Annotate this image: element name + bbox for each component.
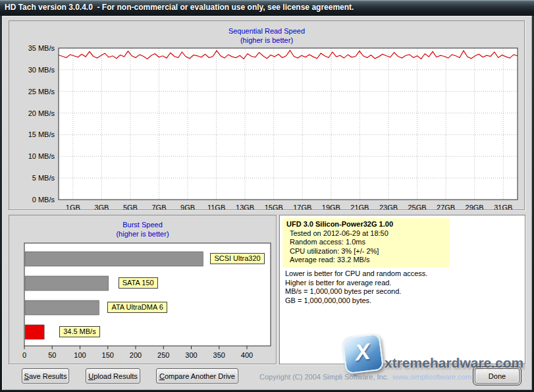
svg-text:25 MB/s: 25 MB/s [28,88,55,96]
note-line: Lower is better for CPU and random acces… [285,269,427,279]
drive-name: UFD 3.0 Silicon-Power32G 1.00 [286,220,446,229]
hdtach-window: HD Tach version 3.0.4.0 - For non-commer… [0,0,534,392]
done-button[interactable]: Done [475,368,520,383]
svg-text:15GB: 15GB [265,204,283,210]
bar-label-tag: SCSI Ultra320 [210,253,264,264]
svg-text:10 MB/s: 10 MB/s [28,152,55,160]
svg-text:5GB: 5GB [123,204,138,210]
bar-label-tag: ATA UltraDMA 6 [107,302,167,313]
svg-text:27GB: 27GB [437,204,455,210]
svg-text:1GB: 1GB [66,204,80,210]
svg-text:0 MB/s: 0 MB/s [32,196,55,204]
svg-text:9GB: 9GB [180,204,195,210]
window-title: HD Tach version 3.0.4.0 - For non-commer… [5,3,354,12]
svg-text:7GB: 7GB [151,204,166,210]
average-read: Average read: 33.2 MB/s [286,256,446,265]
drive-info-panel: UFD 3.0 Silicon-Power32G 1.00 Tested on … [279,215,525,364]
svg-text:35 MB/s: 35 MB/s [28,44,55,52]
random-access: Random access: 1.0ms [286,238,446,247]
sequential-read-chart: 35 MB/s30 MB/s25 MB/s20 MB/s15 MB/s10 MB… [10,22,525,210]
bar-label-tag: SATA 150 [119,277,158,289]
svg-text:23GB: 23GB [379,204,398,210]
info-notes: Lower is better for CPU and random acces… [285,269,427,305]
note-line: GB = 1,000,000,000 bytes. [285,296,427,306]
svg-text:25GB: 25GB [408,204,426,210]
save-results-button[interactable]: Save Results [22,368,69,383]
svg-text:20 MB/s: 20 MB/s [28,109,55,117]
simplisoftware-link[interactable]: www.simplisoftware.com [392,373,471,381]
note-line: MB/s = 1,000,000 bytes per second. [285,287,427,296]
note-line: Higher is better for average read. [285,279,427,288]
upload-results-button[interactable]: Upload Results [86,368,140,383]
copyright-text: Copyright (C) 2004 Simpli Software, Inc. [259,373,388,381]
copyright-line: Copyright (C) 2004 Simpli Software, Inc.… [259,373,471,381]
svg-text:3GB: 3GB [94,204,109,210]
burst-bar-labels: SCSI Ultra320SATA 150ATA UltraDMA 634.5 … [9,215,276,364]
cpu-utilization: CPU utilization: 3% [+/- 2%] [286,247,446,256]
compare-another-drive-button[interactable]: Compare Another Drive [156,368,238,383]
sequential-read-panel: Sequential Read Speed (higher is better)… [9,20,525,210]
svg-text:21GB: 21GB [350,204,369,210]
svg-text:17GB: 17GB [293,204,311,210]
svg-text:19GB: 19GB [322,204,340,210]
svg-text:5 MB/s: 5 MB/s [32,174,55,182]
svg-text:15 MB/s: 15 MB/s [28,130,55,138]
bar-label-tag: 34.5 MB/s [59,326,100,337]
svg-text:13GB: 13GB [236,204,254,210]
svg-text:11GB: 11GB [207,204,225,210]
drive-summary-box: UFD 3.0 Silicon-Power32G 1.00 Tested on … [282,218,450,267]
svg-text:31GB: 31GB [494,204,512,210]
svg-text:30 MB/s: 30 MB/s [28,66,55,74]
burst-speed-panel: Burst Speed (higher is better) 050100150… [9,215,277,364]
tested-on: Tested on 2012-06-29 at 18:50 [286,229,446,238]
title-bar[interactable]: HD Tach version 3.0.4.0 - For non-commer… [0,0,534,16]
svg-text:29GB: 29GB [466,204,484,210]
